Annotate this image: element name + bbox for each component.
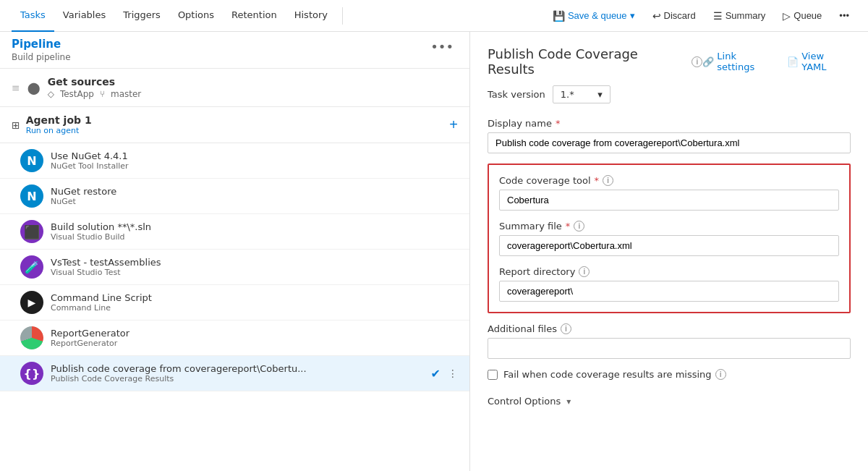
- task-info-report: ReportGenerator ReportGenerator: [51, 328, 458, 348]
- task-name-restore: NuGet restore: [51, 186, 458, 197]
- task-item-restore[interactable]: N NuGet restore NuGet: [0, 179, 469, 214]
- task-info-cmdline: Command Line Script Command Line: [51, 292, 458, 313]
- display-name-group: Display name *: [488, 118, 851, 153]
- tab-variables[interactable]: Variables: [54, 0, 114, 32]
- control-options-label: Control Options: [488, 396, 561, 407]
- get-sources-icon: ⬤: [27, 81, 41, 95]
- get-sources-reorder-icon: ≡: [12, 82, 20, 93]
- task-item-build[interactable]: ⬛ Build solution **\*.sln Visual Studio …: [0, 214, 469, 250]
- main-layout: Pipeline Build pipeline ••• ≡ ⬤ Get sour…: [0, 32, 868, 471]
- control-options-row[interactable]: Control Options ▾: [488, 390, 851, 412]
- task-list: N Use NuGet 4.4.1 NuGet Tool Installer N…: [0, 143, 469, 471]
- summary-file-info-icon[interactable]: i: [574, 221, 584, 232]
- summary-file-label: Summary file * i: [499, 221, 839, 232]
- get-sources-info: Get sources ◇ TestApp ⑂ master: [48, 76, 142, 99]
- summary-button[interactable]: ☰ Summary: [706, 7, 773, 25]
- pipeline-subtitle: Build pipeline: [12, 52, 71, 62]
- fail-info-icon[interactable]: i: [715, 369, 726, 380]
- agent-job-icon: ⊞: [12, 119, 20, 131]
- task-sub-build: Visual Studio Build: [51, 232, 458, 242]
- agent-job-subtitle: Run on agent: [26, 126, 92, 135]
- summary-file-group: Summary file * i: [499, 221, 839, 256]
- task-info-publish: Publish code coverage from coveragerepor…: [51, 363, 424, 383]
- pie-chart-icon: [20, 326, 43, 349]
- additional-files-info-icon[interactable]: i: [561, 323, 571, 334]
- tab-triggers[interactable]: Triggers: [114, 0, 169, 32]
- task-info-restore: NuGet restore NuGet: [51, 186, 458, 206]
- report-directory-info-icon[interactable]: i: [579, 266, 590, 277]
- nuget-icon: N: [20, 149, 43, 172]
- task-more-icon[interactable]: ⋮: [448, 368, 458, 379]
- save-queue-button[interactable]: 💾 Save & queue ▾: [545, 7, 642, 25]
- tab-history[interactable]: History: [286, 0, 336, 32]
- summary-file-label-text: Summary file: [499, 221, 562, 232]
- task-info-nuget: Use NuGet 4.4.1 NuGet Tool Installer: [51, 150, 458, 171]
- display-name-input[interactable]: [488, 132, 851, 153]
- task-item-report[interactable]: ReportGenerator ReportGenerator: [0, 321, 469, 356]
- get-sources-label: Get sources: [48, 76, 142, 88]
- task-item-nuget[interactable]: N Use NuGet 4.4.1 NuGet Tool Installer: [0, 143, 469, 179]
- report-directory-label-text: Report directory: [499, 266, 575, 277]
- task-name-nuget: Use NuGet 4.4.1: [51, 150, 458, 161]
- branch-icon: ⑂: [100, 89, 105, 99]
- tab-tasks[interactable]: Tasks: [12, 0, 54, 32]
- task-check-icon: ✔: [431, 367, 441, 381]
- queue-label: Queue: [793, 10, 822, 21]
- publish-icon: {}: [20, 362, 43, 385]
- panel-info-icon: i: [692, 56, 702, 67]
- code-coverage-info-icon[interactable]: i: [603, 175, 613, 186]
- task-item-vstest[interactable]: 🧪 VsTest - testAssemblies Visual Studio …: [0, 250, 469, 285]
- summary-file-required: *: [566, 221, 571, 232]
- queue-icon: ▷: [783, 10, 791, 22]
- fail-checkbox[interactable]: [488, 370, 498, 380]
- code-coverage-tool-label: Code coverage tool * i: [499, 175, 839, 186]
- display-name-label: Display name *: [488, 118, 851, 129]
- task-info-build: Build solution **\*.sln Visual Studio Bu…: [51, 221, 458, 242]
- task-version-select[interactable]: 1.* ▾: [553, 85, 610, 103]
- fail-checkbox-label: Fail when code coverage results are miss…: [503, 369, 726, 380]
- nav-tabs: Tasks Variables Triggers Options Retenti…: [12, 0, 336, 32]
- control-options-chevron-icon: ▾: [566, 396, 571, 407]
- summary-icon: ☰: [713, 10, 723, 22]
- view-yaml-button[interactable]: 📄 View YAML: [787, 51, 851, 72]
- display-name-label-text: Display name: [488, 118, 552, 129]
- code-coverage-tool-input[interactable]: [499, 190, 839, 211]
- code-coverage-required: *: [595, 175, 600, 186]
- task-name-publish: Publish code coverage from coveragerepor…: [51, 363, 424, 374]
- task-sub-nuget: NuGet Tool Installer: [51, 161, 458, 171]
- discard-label: Discard: [664, 10, 696, 21]
- task-item-cmdline[interactable]: ▶ Command Line Script Command Line: [0, 285, 469, 321]
- link-settings-button[interactable]: 🔗 Link settings: [702, 51, 775, 72]
- additional-files-input[interactable]: [488, 338, 851, 359]
- tab-retention[interactable]: Retention: [223, 0, 286, 32]
- highlighted-section: Code coverage tool * i Summary file * i …: [488, 164, 851, 313]
- summary-file-input[interactable]: [499, 235, 839, 256]
- task-info-vstest: VsTest - testAssemblies Visual Studio Te…: [51, 257, 458, 277]
- agent-job-section: ⊞ Agent job 1 Run on agent +: [0, 107, 469, 143]
- pipeline-info: Pipeline Build pipeline: [12, 38, 71, 62]
- task-name-build: Build solution **\*.sln: [51, 221, 458, 232]
- task-version-label: Task version: [488, 89, 545, 100]
- vstest-icon: 🧪: [20, 255, 43, 279]
- more-button[interactable]: •••: [832, 7, 856, 24]
- pipeline-dots-button[interactable]: •••: [426, 38, 458, 56]
- task-name-report: ReportGenerator: [51, 328, 458, 339]
- agent-job-title: Agent job 1: [26, 114, 92, 126]
- panel-title-actions: 🔗 Link settings 📄 View YAML: [702, 51, 851, 72]
- discard-button[interactable]: ↩ Discard: [645, 7, 703, 25]
- report-directory-label: Report directory i: [499, 266, 839, 277]
- display-name-required: *: [556, 118, 561, 129]
- queue-button[interactable]: ▷ Queue: [775, 7, 829, 25]
- report-directory-input[interactable]: [499, 281, 839, 302]
- fail-label-text: Fail when code coverage results are miss…: [503, 369, 712, 380]
- task-sub-cmdline: Command Line: [51, 303, 458, 313]
- add-task-button[interactable]: +: [449, 116, 458, 133]
- code-coverage-tool-label-text: Code coverage tool: [499, 175, 591, 186]
- discard-icon: ↩: [652, 10, 661, 22]
- get-sources-meta: ◇ TestApp ⑂ master: [48, 89, 142, 99]
- view-yaml-label: View YAML: [801, 51, 851, 72]
- task-sub-restore: NuGet: [51, 197, 458, 206]
- tab-options[interactable]: Options: [169, 0, 223, 32]
- task-item-publish[interactable]: {} Publish code coverage from coveragere…: [0, 356, 469, 391]
- link-settings-label: Link settings: [717, 51, 775, 72]
